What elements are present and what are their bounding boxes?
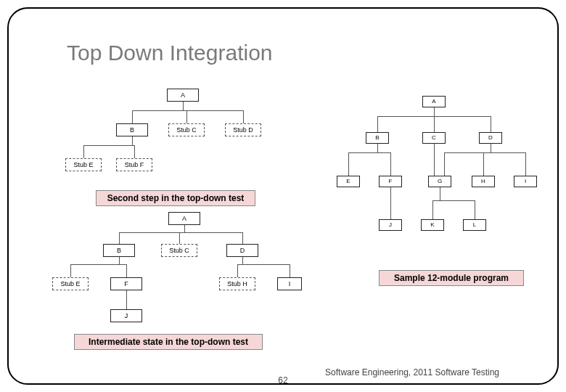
snode-a: A bbox=[422, 96, 446, 107]
diagram-sample-12: A B C D E F G H I J K L bbox=[328, 96, 546, 263]
node-b: B bbox=[116, 123, 148, 136]
snode-f: F bbox=[379, 176, 402, 187]
stub-d: Stub D bbox=[225, 123, 261, 136]
snode-c: C bbox=[422, 132, 446, 144]
stub-h2: Stub H bbox=[219, 277, 255, 290]
snode-k: K bbox=[421, 219, 444, 231]
snode-j: J bbox=[379, 219, 402, 231]
stub-e2: Stub E bbox=[52, 277, 89, 290]
snode-g: G bbox=[428, 176, 451, 187]
diagram-intermediate: A B Stub C D Stub E F Stub H I J bbox=[52, 212, 313, 343]
snode-l: L bbox=[463, 219, 486, 231]
snode-i: I bbox=[514, 176, 537, 187]
node-a2: A bbox=[168, 212, 200, 225]
snode-h: H bbox=[472, 176, 495, 187]
stub-c: Stub C bbox=[168, 123, 205, 136]
snode-b: B bbox=[366, 132, 389, 144]
snode-d: D bbox=[479, 132, 502, 144]
slide-frame: Top Down Integration A B Stub C Stub D S… bbox=[7, 7, 559, 385]
snode-e: E bbox=[337, 176, 360, 187]
stub-c2: Stub C bbox=[161, 244, 197, 257]
caption-sample: Sample 12-module program bbox=[379, 270, 524, 286]
caption-intermediate: Intermediate state in the top-down test bbox=[74, 334, 263, 350]
stub-e: Stub E bbox=[65, 158, 102, 171]
node-d2: D bbox=[226, 244, 258, 257]
node-b2: B bbox=[103, 244, 135, 257]
node-i2: I bbox=[277, 277, 302, 290]
node-a: A bbox=[167, 89, 199, 102]
page-title: Top Down Integration bbox=[67, 41, 273, 65]
page-number: 62 bbox=[9, 375, 557, 385]
node-j2: J bbox=[110, 309, 142, 322]
stub-f: Stub F bbox=[116, 158, 152, 171]
caption-second-step: Second step in the top-down test bbox=[96, 190, 255, 206]
diagram-second-step: A B Stub C Stub D Stub E Stub F bbox=[60, 89, 292, 190]
node-f2: F bbox=[110, 277, 142, 290]
